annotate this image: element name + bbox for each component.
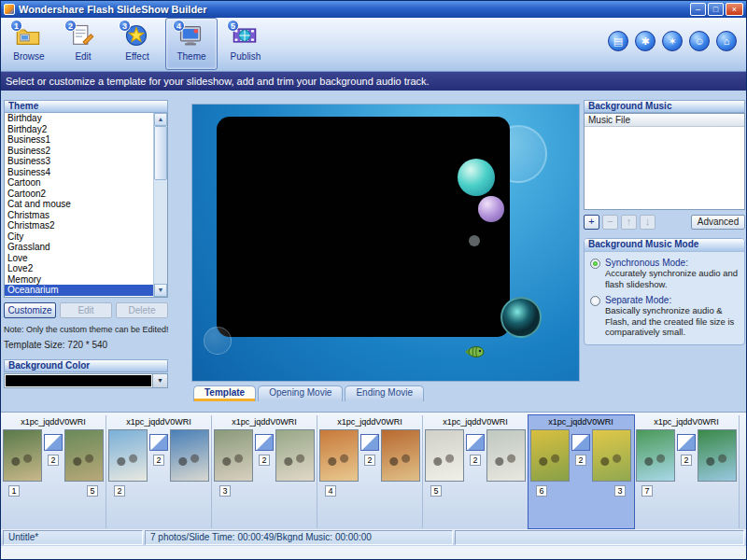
- photo-thumb[interactable]: [214, 429, 253, 482]
- theme-item[interactable]: Birthday2: [5, 124, 153, 135]
- theme-item[interactable]: Business2: [5, 146, 153, 157]
- transition-icon[interactable]: [44, 434, 63, 451]
- theme-item[interactable]: Business1: [5, 134, 153, 146]
- color-swatch: [6, 375, 151, 386]
- bubble-decoration: [204, 327, 232, 355]
- step-browse[interactable]: 1 Browse: [3, 18, 55, 70]
- theme-item[interactable]: Christmas2: [5, 220, 153, 231]
- transition-icon[interactable]: [149, 434, 168, 451]
- theme-item[interactable]: Cartoon: [5, 177, 153, 189]
- theme-item[interactable]: Memory: [5, 274, 153, 286]
- step-number-badge: 2: [64, 20, 77, 32]
- theme-item[interactable]: Christmas: [5, 210, 153, 221]
- music-file-list[interactable]: Music File: [584, 113, 745, 210]
- theme-item[interactable]: Cat and mouse: [5, 199, 153, 210]
- preview-tabs: Template Opening Movie Ending Movie: [193, 385, 424, 401]
- step-publish[interactable]: 5 Publish: [219, 18, 272, 70]
- filmstrip-cell[interactable]: x1pc_jqddV0WRI24: [317, 415, 423, 528]
- photo-thumb[interactable]: [319, 429, 359, 482]
- main-area: Theme BirthdayBirthday2Business1Business…: [1, 91, 746, 412]
- theme-item[interactable]: Grassland: [5, 242, 153, 253]
- clip-title: x1pc_jqddV0WRI: [530, 417, 631, 428]
- chevron-down-icon[interactable]: ▼: [152, 374, 167, 387]
- photo-thumb[interactable]: [170, 429, 209, 482]
- photo-thumb[interactable]: [275, 429, 315, 482]
- scroll-down-icon[interactable]: ▼: [154, 284, 167, 297]
- remove-music-button: −: [602, 215, 618, 230]
- theme-item[interactable]: Party: [5, 296, 153, 299]
- filmstrip-cell[interactable]: x1pc_jqddV0WRI22: [106, 415, 212, 528]
- photo-thumb[interactable]: [530, 429, 570, 482]
- background-music-panel: Background Music Music File + − ↑ ↓ Adva…: [584, 100, 745, 345]
- photo-thumb[interactable]: [486, 429, 526, 482]
- mode-description: Accurately synchronize audio and flash s…: [605, 268, 739, 289]
- theme-item[interactable]: City: [5, 231, 153, 243]
- theme-item[interactable]: Birthday: [5, 113, 153, 124]
- window-title: Wondershare Flash SlideShow Builder: [19, 4, 690, 15]
- maximize-button[interactable]: □: [708, 3, 724, 16]
- theme-item[interactable]: Business3: [5, 156, 153, 167]
- music-mode-group: Background Music Mode Synchronous Mode: …: [584, 238, 745, 345]
- photo-thumb[interactable]: [425, 429, 464, 482]
- tab-ending-movie[interactable]: Ending Movie: [345, 385, 424, 401]
- slide-duration: 5: [87, 485, 98, 497]
- photo-thumb[interactable]: [698, 429, 737, 482]
- transition-icon[interactable]: [466, 434, 485, 451]
- tab-template[interactable]: Template: [193, 385, 256, 401]
- theme-list-scrollbar[interactable]: ▲ ▼: [153, 113, 167, 297]
- photo-thumb[interactable]: [636, 429, 675, 482]
- slide-number: 5: [430, 485, 442, 497]
- photo-thumb[interactable]: [64, 429, 104, 482]
- filmstrip-cell[interactable]: x1pc_jqddV0WRI27: [634, 415, 740, 528]
- slide-number: 6: [536, 485, 547, 497]
- photo-thumb[interactable]: [381, 429, 420, 482]
- key-icon[interactable]: ✶: [662, 31, 683, 51]
- transition-icon[interactable]: [677, 434, 696, 451]
- synchronous-mode-radio[interactable]: [590, 259, 600, 269]
- filmstrip-cell[interactable]: x1pc_jqddV0WRI263: [529, 415, 634, 528]
- photo-thumb[interactable]: [108, 429, 148, 482]
- background-color-select[interactable]: ▼: [4, 373, 168, 388]
- theme-item[interactable]: Love: [5, 253, 153, 264]
- separate-mode-radio[interactable]: [590, 296, 600, 306]
- theme-item[interactable]: Cartoon2: [5, 189, 153, 200]
- step-edit[interactable]: 2 Edit: [57, 18, 109, 70]
- advanced-button[interactable]: Advanced: [691, 215, 745, 230]
- theme-item[interactable]: Love2: [5, 263, 153, 274]
- save-icon[interactable]: ✱: [635, 31, 655, 51]
- minimize-button[interactable]: –: [690, 3, 706, 16]
- website-icon[interactable]: ⌂: [716, 31, 737, 51]
- clip-title: x1pc_jqddV0WRI: [636, 417, 737, 428]
- support-icon[interactable]: ☺: [689, 31, 710, 51]
- filmstrip-cell[interactable]: x1pc_jqddV0WRI23: [212, 415, 317, 528]
- transition-icon[interactable]: [360, 434, 379, 451]
- step-number-badge: 5: [227, 20, 239, 32]
- slideshow-info: 7 photos/Slide Time: 00:00:49/Bkgnd Musi…: [145, 530, 453, 545]
- add-music-button[interactable]: +: [584, 215, 599, 230]
- edit-page-icon: [69, 35, 95, 51]
- tab-opening-movie[interactable]: Opening Movie: [258, 385, 343, 401]
- bottom-filler: [1, 546, 746, 560]
- background-color-header: Background Color: [4, 359, 168, 372]
- step-label: Edit: [75, 51, 91, 62]
- transition-icon[interactable]: [255, 434, 274, 451]
- theme-item[interactable]: Business4: [5, 167, 153, 178]
- close-button[interactable]: ×: [726, 3, 743, 16]
- bubble-decoration: [478, 196, 504, 222]
- scroll-up-icon[interactable]: ▲: [154, 113, 167, 126]
- mode-description: Basically synchronize audio & Flash, and…: [605, 305, 739, 338]
- step-label: Publish: [231, 51, 261, 62]
- filmstrip-cell[interactable]: x1pc_jqddV0WRI215: [1, 415, 106, 528]
- step-effect[interactable]: 3 Effect: [111, 18, 163, 70]
- photo-thumb[interactable]: [592, 429, 631, 482]
- scrollbar-thumb[interactable]: [154, 126, 167, 180]
- register-icon[interactable]: ▤: [608, 31, 628, 51]
- theme-item[interactable]: Oceanarium: [5, 285, 153, 296]
- transition-icon[interactable]: [571, 434, 590, 451]
- step-theme[interactable]: 4 Theme: [165, 18, 218, 70]
- filmstrip-cell[interactable]: x1pc_jqddV0WRI25: [423, 415, 529, 528]
- template-size-label: Template Size: 720 * 540: [4, 340, 168, 350]
- transition-count-badge: 2: [153, 455, 164, 466]
- customize-button[interactable]: Customize: [4, 302, 56, 318]
- photo-thumb[interactable]: [3, 429, 42, 482]
